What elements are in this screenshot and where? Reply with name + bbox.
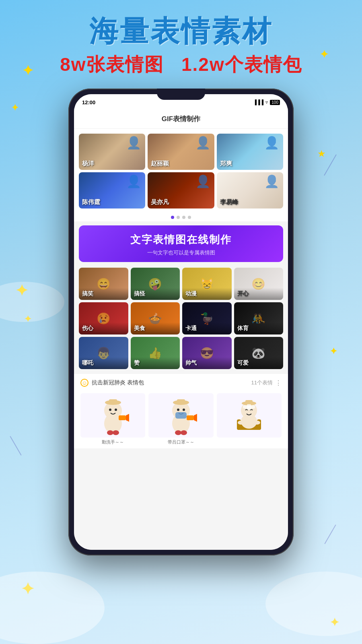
cat-label-funny: 搞笑: [82, 290, 93, 297]
cat-card-praise[interactable]: 👍 赞: [131, 337, 180, 369]
dot-4: [188, 216, 191, 219]
sticker-caption-2: 带吕口罩～～: [148, 439, 213, 445]
sticker-item-3[interactable]: [217, 393, 282, 445]
svg-point-29: [254, 421, 260, 425]
more-icon[interactable]: ⋮: [275, 379, 282, 387]
svg-rect-17: [187, 415, 194, 420]
svg-point-9: [113, 430, 119, 435]
cat-label-handsome: 帅气: [185, 359, 197, 367]
svg-rect-13: [177, 399, 185, 403]
svg-rect-6: [119, 415, 126, 420]
celeb-name-3: 郑爽: [220, 160, 232, 167]
svg-rect-27: [245, 400, 253, 404]
sticker-item-2[interactable]: 带吕口罩～～: [148, 393, 213, 445]
cat-label-anime: 动漫: [185, 290, 197, 297]
cat-card-anime[interactable]: 😸 动漫: [182, 268, 232, 300]
cat-card-cartoon[interactable]: 🦆 卡通: [182, 302, 232, 334]
svg-rect-16: [175, 412, 187, 419]
sticker-img-1: [80, 393, 145, 438]
top-text-section: 海量表情素材 8w张表情图 1.2w个表情包: [0, 12, 362, 77]
svg-marker-7: [126, 413, 129, 423]
cat-label-weird: 搞怪: [134, 290, 145, 297]
sticker-svg-3: [233, 395, 265, 436]
phone-screen: 12:00 ▐▐▐ ▿ 100 GIF表情制作 👤 杨洋: [74, 94, 288, 550]
celeb-face-6: 👤: [264, 174, 279, 188]
cat-card-nezha[interactable]: 👦 哪吒: [79, 337, 128, 369]
celeb-name-1: 杨洋: [82, 160, 94, 167]
svg-point-4: [109, 409, 111, 411]
cat-label-nezha: 哪吒: [82, 359, 93, 367]
app-title: GIF表情制作: [162, 115, 200, 123]
cat-card-funny[interactable]: 😄 搞笑: [79, 268, 128, 300]
dot-2: [177, 216, 180, 219]
star-decoration-2: ✦: [11, 103, 19, 113]
cat-label-praise: 赞: [134, 359, 140, 367]
sticker-pack-right: 11个表情 ⋮: [251, 379, 282, 387]
cat-label-happy: 开心: [237, 290, 249, 297]
svg-point-20: [181, 430, 187, 435]
sticker-item-1[interactable]: 勤洗手～～: [80, 393, 145, 445]
celeb-face-3: 👤: [264, 136, 279, 150]
celeb-name-2: 赵丽颖: [151, 160, 169, 167]
deco-line-1: [324, 155, 337, 176]
text-maker-banner[interactable]: 文字表情图在线制作 一句文字也可以是专属表情图: [79, 225, 283, 262]
phone-frame: 12:00 ▐▐▐ ▿ 100 GIF表情制作 👤 杨洋: [68, 89, 294, 555]
status-time: 12:00: [82, 99, 95, 105]
cat-label-food: 美食: [134, 325, 145, 332]
svg-point-5: [115, 409, 117, 411]
cat-card-handsome[interactable]: 😎 帅气: [182, 337, 232, 369]
celeb-card-5[interactable]: 👤 吴亦凡: [148, 172, 214, 208]
cat-card-food[interactable]: 🍲 美食: [131, 302, 180, 334]
cat-card-cute[interactable]: 🐼 可爱: [234, 337, 284, 369]
celebrity-section: 👤 杨洋 👤 赵丽颖 👤 郑爽 👤 陈伟霆: [74, 129, 288, 212]
cloud-1: [0, 572, 105, 644]
svg-point-14: [177, 409, 179, 411]
dot-3: [182, 216, 185, 219]
celeb-face-2: 👤: [195, 136, 210, 150]
cat-label-sad: 伤心: [82, 325, 93, 332]
cat-card-sports[interactable]: 🤼 体育: [234, 302, 284, 334]
sticker-img-2: [148, 393, 213, 438]
category-section: 😄 搞笑 🤪 搞怪 😸 动漫 😊: [74, 266, 288, 371]
battery-icon: 100: [270, 100, 280, 105]
sticker-svg-2: [165, 395, 197, 436]
celeb-face-5: 👤: [195, 174, 210, 188]
celeb-name-6: 李易峰: [220, 198, 238, 206]
cloud-2: [265, 572, 362, 636]
celeb-card-1[interactable]: 👤 杨洋: [79, 134, 145, 170]
signal-icon: ▐▐▐: [253, 99, 264, 105]
sticker-svg-1: [97, 395, 129, 436]
sticker-caption-1: 勤洗手～～: [80, 439, 145, 445]
deco-line-3: [324, 524, 336, 544]
celeb-card-3[interactable]: 👤 郑爽: [217, 134, 283, 170]
sub-headline: 8w张表情图 1.2w个表情包: [0, 52, 362, 77]
celeb-face-1: 👤: [126, 136, 141, 150]
celeb-card-4[interactable]: 👤 陈伟霆: [79, 172, 145, 208]
celeb-name-5: 吴亦凡: [151, 198, 169, 206]
celeb-card-6[interactable]: 👤 李易峰: [217, 172, 283, 208]
celeb-card-2[interactable]: 👤 赵丽颖: [148, 134, 214, 170]
cat-card-weird[interactable]: 🤪 搞怪: [131, 268, 180, 300]
category-grid: 😄 搞笑 🤪 搞怪 😸 动漫 😊: [79, 268, 283, 369]
star-decoration-4: ★: [318, 149, 325, 159]
sticker-count: 11个表情: [251, 379, 273, 386]
celebrity-grid: 👤 杨洋 👤 赵丽颖 👤 郑爽 👤 陈伟霆: [79, 134, 283, 208]
celeb-name-4: 陈伟霆: [82, 198, 100, 206]
smiley-icon: ☺: [80, 379, 88, 387]
svg-rect-3: [109, 399, 117, 403]
cat-label-cartoon: 卡通: [185, 325, 197, 332]
phone-notch: [157, 89, 205, 100]
cat-card-happy[interactable]: 😊 开心: [234, 268, 284, 300]
svg-point-8: [107, 430, 113, 435]
dot-indicators: [74, 212, 288, 221]
celeb-face-4: 👤: [126, 174, 141, 188]
svg-point-19: [175, 430, 181, 435]
app-title-bar: GIF表情制作: [74, 110, 288, 129]
cat-card-sad[interactable]: 😢 伤心: [79, 302, 128, 334]
svg-marker-18: [194, 413, 197, 423]
svg-point-28: [238, 421, 244, 425]
phone-content[interactable]: 👤 杨洋 👤 赵丽颖 👤 郑爽 👤 陈伟霆: [74, 129, 288, 550]
svg-rect-31: [247, 404, 251, 410]
sticker-img-3: [217, 393, 282, 438]
sticker-pack-header: ☺ 抗击新冠肺炎 表情包 11个表情 ⋮: [74, 374, 288, 390]
